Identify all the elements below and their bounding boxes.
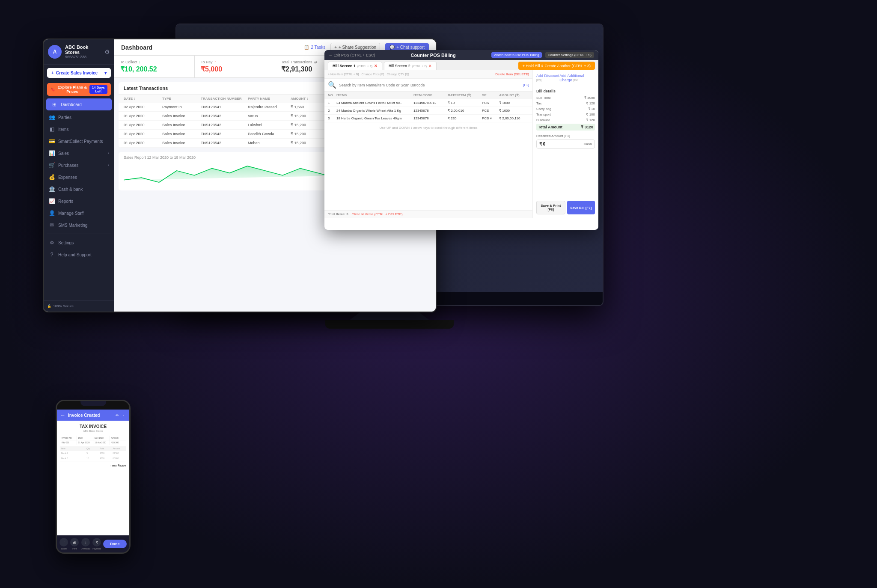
share-icon: ↑ <box>59 538 68 546</box>
mobile-icons: ✏ ⋮ <box>116 413 126 418</box>
sidebar-item-cash-bank[interactable]: 🏦 Cash & bank <box>44 183 114 195</box>
pos-item-row: 3 18 Herbs Organic Green Tea Leaves 40gm… <box>324 115 532 122</box>
sidebar-item-sales[interactable]: 📊 Sales › <box>44 147 114 159</box>
col-date: DATE ↕ <box>124 97 162 101</box>
add-discount-button[interactable]: Add Discount [F3] <box>536 74 559 84</box>
create-sales-invoice-button[interactable]: + Create Sales Invoice ▾ <box>47 68 111 78</box>
sidebar-item-sms-marketing[interactable]: ✉ SMS Marketing <box>44 219 114 231</box>
col-txn: TRANSACTION NUMBER <box>201 97 248 101</box>
exit-pos-button[interactable]: ← Exit POS (CTRL + ESC) <box>329 53 375 57</box>
lock-icon: 🔒 <box>47 304 51 308</box>
sidebar-item-dashboard[interactable]: ⊞ Dashboard <box>46 98 112 110</box>
sidebar-label: SMS Marketing <box>58 223 87 228</box>
sms-icon: ✉ <box>49 222 55 228</box>
sidebar-item-purchases[interactable]: 🛒 Purchases › <box>44 159 114 171</box>
pos-window-title: Counter POS Billing <box>411 53 456 58</box>
to-pay-card: To Pay ↑ ₹5,000 <box>195 56 275 77</box>
subtotal-value: ₹ 3000 <box>584 96 595 100</box>
bill-discount-row: Discount ₹ 120 <box>536 118 595 122</box>
sidebar-label: Cash & bank <box>58 187 83 192</box>
cell: Amount <box>110 436 126 440</box>
explore-icon: 🔖 <box>51 87 55 92</box>
cell-no: 2 <box>328 109 336 113</box>
sidebar-label: Items <box>58 127 68 132</box>
user-name: ABC Book Stores <box>65 45 101 55</box>
total-value: ₹ 3120 <box>581 125 593 129</box>
sidebar-item-reports[interactable]: 📈 Reports <box>44 195 114 207</box>
share-action-button[interactable]: ↑ Share <box>59 538 68 550</box>
cell-txn: TNS123542 <box>201 141 248 145</box>
sidebar-nav: ⊞ Dashboard 👥 Parties ◧ Items 💳 SmartCol… <box>44 98 114 300</box>
bill-screen-2-tab[interactable]: Bill Screen 2 (CTRL + 2) ✕ <box>384 62 437 70</box>
done-button[interactable]: Done <box>103 540 127 548</box>
save-print-button[interactable]: Save & Print [F6] <box>536 201 565 214</box>
pos-titlebar: ← Exit POS (CTRL + ESC) Counter POS Bill… <box>324 50 598 60</box>
pos-left: + New Item [CTRL + N] Change Price [P] C… <box>324 70 533 218</box>
invoice-grid: Invoice No Date Due Date Amount INV-001 … <box>60 436 126 445</box>
sidebar-item-expenses[interactable]: 💰 Expenses <box>44 171 114 183</box>
received-value: ₹ 0 <box>539 142 545 146</box>
close-tab-icon[interactable]: ✕ <box>374 64 378 68</box>
avatar: A <box>48 45 62 59</box>
print-action-button[interactable]: 🖨 Print <box>70 538 79 550</box>
watch-how-button[interactable]: Watch how to use POS Billing <box>491 52 542 58</box>
add-charge-button[interactable]: Add Additional Charge [F4] <box>559 74 595 82</box>
search-input[interactable] <box>339 83 520 87</box>
cell-txn: TNS123541 <box>201 105 248 109</box>
explore-plans-button[interactable]: 🔖 Explore Plans & Prices 14 Days Left <box>47 83 111 96</box>
delete-item-button[interactable]: Delete Item [DELETE] <box>495 72 529 76</box>
bill-carrybag-row: Carry bag ₹ 10 <box>536 107 595 111</box>
received-amount-field[interactable]: ₹ 0 Cash <box>536 140 595 148</box>
clear-all-button[interactable]: Clear all items (CTRL + DELETE) <box>352 212 403 216</box>
download-action-button[interactable]: ↓ Download <box>81 538 90 550</box>
cell-no: 1 <box>328 101 336 105</box>
col-amount: AMOUNT (₹) <box>499 93 529 97</box>
change-qty-button[interactable]: Change QTY [Q] <box>387 73 409 76</box>
close-tab-icon[interactable]: ✕ <box>428 64 432 68</box>
sidebar-item-manage-staff[interactable]: 👤 Manage Staff <box>44 207 114 219</box>
sidebar-item-settings[interactable]: ⚙ Settings <box>44 237 114 249</box>
mobile-bottombar: ↑ Share 🖨 Print ↓ Download ₹ Payment Don… <box>57 535 129 552</box>
pos-title-right: Watch how to use POS Billing Counter Set… <box>491 52 594 58</box>
help-icon: ? <box>49 252 55 258</box>
payment-action-button[interactable]: ₹ Payment <box>92 538 101 550</box>
edit-icon[interactable]: ✏ <box>116 413 119 418</box>
tasks-button[interactable]: 📋 2 Tasks <box>304 45 325 50</box>
back-button[interactable]: ← <box>60 412 65 418</box>
cell-party: Mohan <box>248 141 291 145</box>
gear-icon[interactable]: ⚙ <box>104 48 110 55</box>
col-items: ITEMS <box>336 93 413 97</box>
change-price-button[interactable]: Change Price [P] <box>362 73 384 76</box>
chat-icon: 💬 <box>389 45 395 50</box>
staff-icon: 👤 <box>49 210 55 216</box>
save-bill-button[interactable]: Save Bill [F7] <box>567 201 595 214</box>
hold-bill-button[interactable]: + Hold Bill & Create Another (CTRL + 3) <box>518 62 595 70</box>
invoice-items: ItemQtyRateAmount Book A5₹500₹2500 Book … <box>60 446 126 467</box>
sidebar-item-parties[interactable]: 👥 Parties <box>44 111 114 123</box>
cell-code: 1234567890​12 <box>413 101 448 105</box>
cell-item: 18 Herbs Organic Green Tea Leaves 40gm <box>336 116 413 120</box>
trial-badge: 14 Days Left <box>89 85 107 94</box>
sidebar-label: Parties <box>58 115 71 120</box>
cell-amount: ₹ 1,560 <box>291 105 325 109</box>
tax-label: Tax <box>536 101 541 105</box>
page-title: Dashboard <box>121 44 152 51</box>
notch-bar <box>80 401 106 406</box>
cell-sp: PCS ▾ <box>482 116 499 120</box>
cell-item: 24 Mantra Ancient Grains Foxtail Millet … <box>336 101 413 105</box>
mobile-phone: ← Invoice Created ✏ ⋮ TAX INVOICE ABC Bo… <box>56 400 131 554</box>
more-options-icon[interactable]: ⋮ <box>122 413 126 418</box>
pos-overlay: ← Exit POS (CTRL + ESC) Counter POS Bill… <box>324 50 598 230</box>
sidebar-label: Reports <box>58 199 73 204</box>
cell-date: 01 Apr 2020 <box>124 141 162 145</box>
cell-sp: PCS <box>482 101 499 105</box>
sidebar-item-smartcollect[interactable]: 💳 SmartCollect Payments <box>44 135 114 147</box>
sidebar-item-items[interactable]: ◧ Items <box>44 123 114 135</box>
sidebar-item-help[interactable]: ? Help and Support <box>44 249 114 261</box>
bill-details-title: Bill details <box>536 89 595 93</box>
bill-screen-1-tab[interactable]: Bill Screen 1 (CTRL + 1) ✕ <box>328 62 382 70</box>
new-item-button[interactable]: + New Item [CTRL + N] <box>328 73 359 76</box>
cell: Date <box>77 436 93 440</box>
counter-settings-button[interactable]: Counter Settings (CTRL + S) <box>545 52 594 58</box>
carrybag-label: Carry bag <box>536 107 551 111</box>
